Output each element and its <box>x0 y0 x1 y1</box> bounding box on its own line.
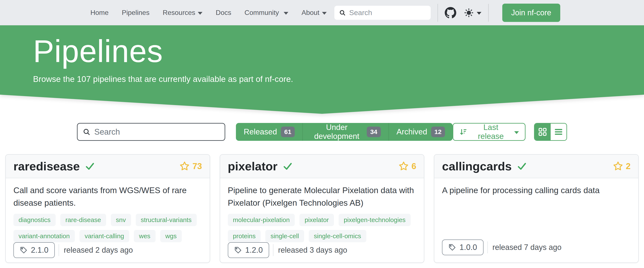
pipeline-name: pixelator <box>228 159 278 173</box>
star-icon <box>613 161 623 171</box>
release-date: released 3 days ago <box>278 246 347 255</box>
card-body: Pipeline to generate Molecular Pixelatio… <box>220 178 424 242</box>
card-header: pixelator 6 <box>220 155 424 178</box>
nav-link-home[interactable]: Home <box>84 9 115 16</box>
count-badge: 34 <box>367 127 380 137</box>
page-title: Pipelines <box>33 33 644 69</box>
tag-pill[interactable]: pixelator <box>300 214 334 226</box>
check-icon <box>85 161 95 171</box>
filter-archived-button[interactable]: Archived 12 <box>388 123 453 141</box>
nav-search-box[interactable] <box>334 6 431 20</box>
version-button[interactable]: 1.0.0 <box>442 240 483 255</box>
card-header: raredisease 73 <box>6 155 210 178</box>
theme-sun-icon <box>464 8 474 18</box>
pipeline-card-grid: raredisease 73 Call and score variants f… <box>5 154 639 263</box>
join-nf-core-button[interactable]: Join nf-core <box>502 3 560 22</box>
card-header: callingcards 2 <box>434 155 638 178</box>
pipeline-description: Call and score variants from WGS/WES of … <box>14 184 202 209</box>
view-toggle-group <box>534 123 567 141</box>
nav-link-label: Community <box>244 9 279 16</box>
tag-pill[interactable]: proteins <box>228 230 261 242</box>
hero-section: Pipelines Browse the 107 pipelines that … <box>0 26 644 114</box>
pipeline-card-pixelator: pixelator 6 Pipeline to generate Molecul… <box>220 154 424 263</box>
nav-link-docs[interactable]: Docs <box>209 9 238 16</box>
release-date: released 7 days ago <box>492 243 562 252</box>
tag-list: molecular-pixelationpixelatorpixelgen-te… <box>228 214 416 242</box>
filter-released-button[interactable]: Released 61 <box>236 123 302 141</box>
version-button[interactable]: 1.2.0 <box>228 242 269 258</box>
nav-link-label: Resources <box>162 9 195 16</box>
tag-pill[interactable]: molecular-pixelation <box>228 214 295 226</box>
nav-link-pipelines[interactable]: Pipelines <box>115 9 156 16</box>
star-count[interactable]: 2 <box>613 161 630 171</box>
search-icon <box>83 128 90 136</box>
tag-pill[interactable]: single-cell <box>265 230 304 242</box>
star-count-value: 6 <box>412 161 416 171</box>
tag-pill[interactable]: pixelgen-technologies <box>338 214 411 226</box>
card-body: Call and score variants from WGS/WES of … <box>6 178 210 242</box>
pipeline-name-link[interactable]: callingcards <box>442 159 527 173</box>
count-badge: 12 <box>431 127 445 137</box>
nav-link-resources[interactable]: Resources <box>156 9 209 16</box>
card-footer: 1.0.0 released 7 days ago <box>434 240 638 263</box>
pipeline-card-callingcards: callingcards 2 A pipeline for processing… <box>434 154 639 263</box>
count-badge: 61 <box>281 127 295 137</box>
grid-icon <box>538 127 547 136</box>
card-footer: 1.2.0 released 3 days ago <box>220 242 424 265</box>
theme-toggle[interactable] <box>464 8 482 18</box>
list-view-button[interactable] <box>551 124 566 140</box>
star-count[interactable]: 73 <box>180 161 202 171</box>
pipeline-name-link[interactable]: raredisease <box>14 159 95 173</box>
caret-down-icon <box>198 12 202 15</box>
nav-link-label: Pipelines <box>122 9 150 16</box>
pipeline-name-link[interactable]: pixelator <box>228 159 293 173</box>
pipeline-description: Pipeline to generate Molecular Pixelatio… <box>228 184 416 209</box>
version-label: 1.2.0 <box>245 246 263 255</box>
filter-label: Archived <box>396 128 427 136</box>
tag-pill[interactable]: variant-annotation <box>14 230 75 242</box>
github-icon <box>445 7 456 18</box>
sort-down-icon <box>459 128 467 136</box>
tag-list: diagnosticsrare-diseasesnvstructural-var… <box>14 214 202 242</box>
pipeline-name: callingcards <box>442 159 512 173</box>
pipeline-name: raredisease <box>14 159 80 173</box>
star-count-value: 2 <box>626 161 630 171</box>
nav-link-community[interactable]: Community <box>238 9 295 16</box>
pipeline-description: A pipeline for processing calling cards … <box>442 184 630 197</box>
nav-divider <box>488 4 489 22</box>
pipeline-search-box[interactable] <box>77 123 225 141</box>
tag-icon <box>448 244 456 251</box>
top-navbar: Home Pipelines Resources Docs Community … <box>0 0 644 26</box>
tag-pill[interactable]: wgs <box>160 230 182 242</box>
star-count[interactable]: 6 <box>399 161 416 171</box>
list-icon <box>554 127 563 136</box>
pipeline-card-raredisease: raredisease 73 Call and score variants f… <box>5 154 210 263</box>
grid-view-button[interactable] <box>535 124 550 140</box>
check-icon <box>282 161 293 171</box>
nav-link-about[interactable]: About <box>295 9 327 16</box>
nav-divider <box>438 4 438 22</box>
release-date: released 2 days ago <box>64 246 133 255</box>
nav-search-input[interactable] <box>349 8 426 17</box>
nav-link-label: Docs <box>216 9 231 16</box>
footer-divider <box>58 244 59 256</box>
tag-pill[interactable]: rare-disease <box>60 214 106 226</box>
star-icon <box>180 161 190 171</box>
tag-icon <box>20 246 28 254</box>
tag-pill[interactable]: variant-calling <box>80 230 129 242</box>
footer-divider <box>273 244 274 256</box>
pipeline-search-input[interactable] <box>94 128 220 136</box>
filter-label: Under development <box>310 123 363 141</box>
tag-pill[interactable]: structural-variants <box>136 214 197 226</box>
sort-dropdown-button[interactable]: Last release <box>453 123 526 141</box>
tag-pill[interactable]: diagnostics <box>14 214 56 226</box>
sort-label: Last release <box>471 123 510 141</box>
version-button[interactable]: 2.1.0 <box>14 242 55 258</box>
tag-pill[interactable]: wes <box>134 230 155 242</box>
github-link[interactable] <box>445 7 456 18</box>
tag-pill[interactable]: snv <box>111 214 131 226</box>
filter-under-development-button[interactable]: Under development 34 <box>302 123 388 141</box>
tag-pill[interactable]: single-cell-omics <box>309 230 366 242</box>
star-icon <box>399 161 408 171</box>
caret-down-icon <box>477 12 482 15</box>
